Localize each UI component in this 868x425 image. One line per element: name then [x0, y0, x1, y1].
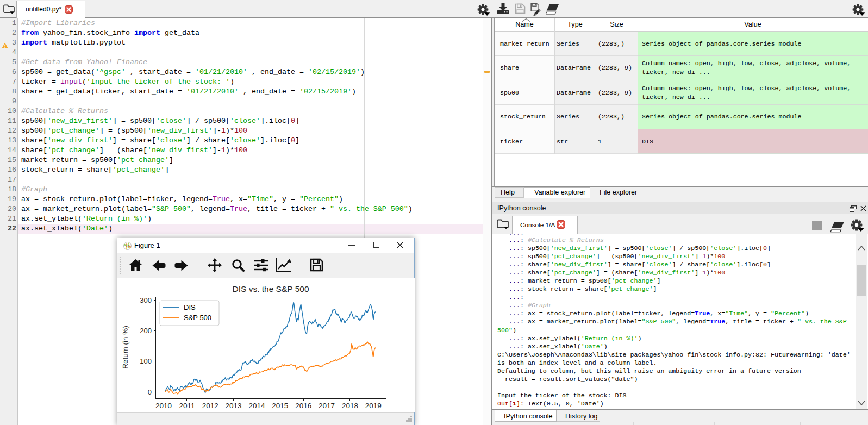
svg-text:300: 300: [140, 296, 152, 304]
svg-text:DIS: DIS: [184, 303, 196, 311]
svg-text:2014: 2014: [248, 402, 265, 410]
svg-text:0: 0: [148, 388, 152, 396]
svg-text:DIS vs. the S&P 500: DIS vs. the S&P 500: [232, 284, 309, 293]
svg-text:2018: 2018: [342, 402, 358, 410]
svg-text:Return (in %): Return (in %): [121, 326, 129, 369]
svg-text:S&P 500: S&P 500: [184, 314, 211, 322]
svg-text:2011: 2011: [179, 402, 195, 410]
svg-text:2019: 2019: [365, 402, 382, 410]
svg-text:2012: 2012: [202, 402, 218, 410]
svg-text:2017: 2017: [319, 402, 335, 410]
svg-text:2013: 2013: [226, 402, 242, 410]
svg-text:100: 100: [140, 357, 152, 365]
svg-text:2016: 2016: [295, 402, 311, 410]
svg-text:2015: 2015: [272, 402, 288, 410]
svg-text:2010: 2010: [155, 402, 172, 410]
svg-text:200: 200: [140, 327, 152, 335]
